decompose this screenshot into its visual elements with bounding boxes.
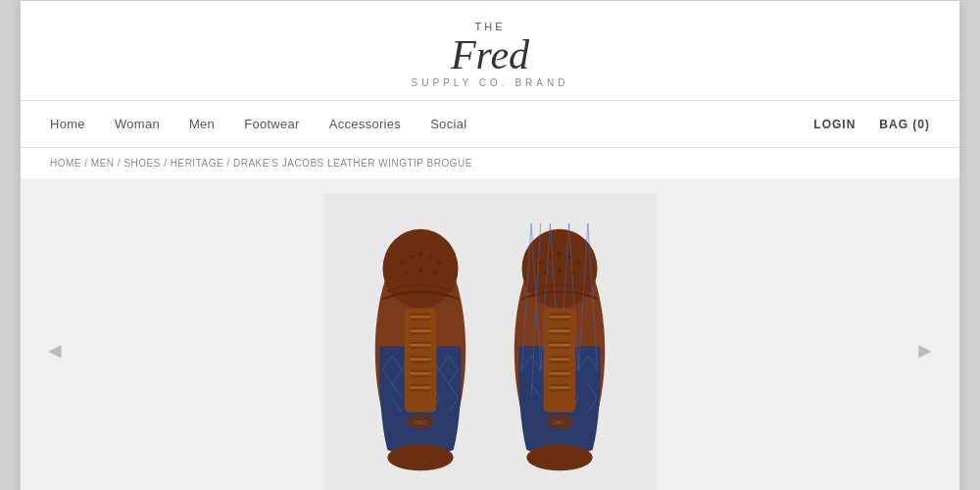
breadcrumb: HOME / MEN / SHOES / HERITAGE / DRAKE'S …: [21, 148, 959, 179]
shoe-container: DKC: [337, 204, 643, 490]
svg-point-6: [437, 262, 441, 266]
nav-item-accessories[interactable]: Accessories: [329, 117, 401, 131]
svg-point-54: [558, 252, 562, 256]
svg-point-9: [433, 270, 437, 274]
svg-point-7: [405, 270, 409, 274]
svg-point-58: [558, 269, 562, 272]
svg-text:DKC: DKC: [415, 419, 426, 425]
svg-point-55: [567, 255, 571, 259]
next-arrow-button[interactable]: ►: [910, 336, 940, 366]
svg-point-4: [418, 252, 422, 256]
nav-item-home[interactable]: Home: [50, 117, 85, 131]
page-wrapper: THE Fred SUPPLY CO. BRAND Home Woman Men…: [20, 0, 960, 490]
svg-point-52: [539, 262, 543, 266]
svg-point-8: [418, 269, 422, 272]
brand-sub: SUPPLY CO. BRAND: [21, 77, 959, 88]
svg-point-2: [400, 262, 404, 266]
nav-right: LOGIN BAG (0): [813, 118, 930, 131]
nav-item-social[interactable]: Social: [430, 117, 466, 131]
login-button[interactable]: LOGIN: [813, 118, 856, 131]
nav-main-links: Home Woman Men Footwear Accessories Soci…: [50, 117, 813, 131]
svg-point-99: [526, 444, 592, 470]
header: THE Fred SUPPLY CO. BRAND: [21, 1, 959, 101]
svg-point-49: [387, 444, 453, 470]
shoe-right: DKC: [496, 223, 623, 478]
svg-text:DKC: DKC: [554, 419, 565, 425]
nav-item-footwear[interactable]: Footwear: [244, 117, 300, 131]
svg-point-5: [428, 255, 432, 259]
prev-arrow-button[interactable]: ◄: [40, 336, 70, 366]
svg-point-56: [576, 262, 580, 266]
main-nav: Home Woman Men Footwear Accessories Soci…: [21, 101, 959, 148]
shoe-left: DKC: [357, 223, 484, 478]
product-image: DKC: [323, 194, 657, 490]
product-viewer: ◄: [21, 179, 959, 490]
svg-point-53: [548, 255, 552, 259]
nav-item-men[interactable]: Men: [189, 117, 215, 131]
brand-fred: Fred: [21, 34, 959, 75]
nav-item-woman[interactable]: Woman: [115, 117, 160, 131]
bag-button[interactable]: BAG (0): [879, 118, 930, 131]
svg-point-3: [409, 255, 413, 259]
brand-the: THE: [21, 21, 959, 32]
